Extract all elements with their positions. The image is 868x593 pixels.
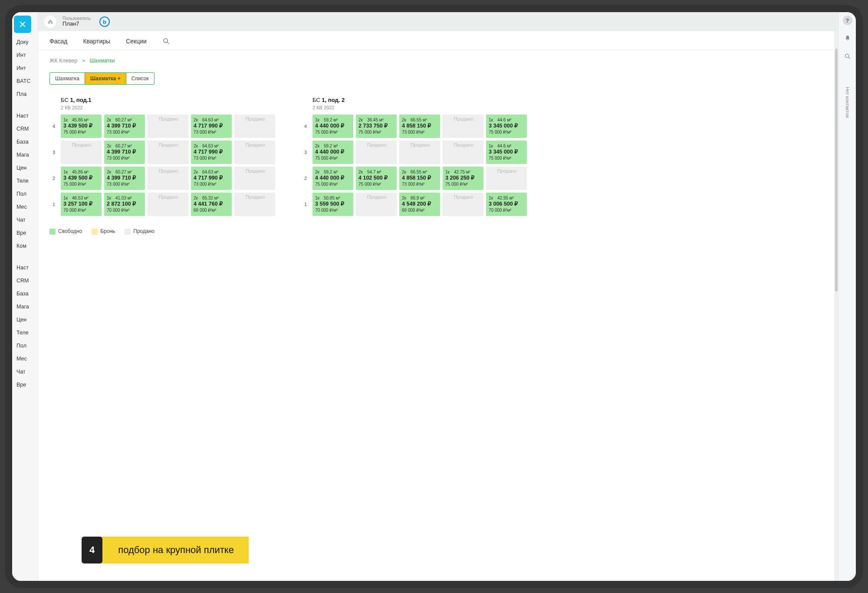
unit-cell[interactable]: Продано (234, 193, 275, 216)
sidebar-item[interactable]: Наст (12, 261, 38, 274)
sidebar-item[interactable]: BATC (12, 75, 38, 88)
bell-icon[interactable] (842, 33, 853, 43)
unit-cell[interactable]: 1к44.6 м²3 345 000 ₽75 000 ₽/м² (486, 141, 527, 164)
sidebar-item[interactable]: Чат (12, 365, 38, 378)
unit-cell[interactable]: 1к46.53 м²3 257 100 ₽70 000 ₽/м² (61, 193, 102, 216)
unit-cell[interactable]: Продано (443, 115, 483, 138)
unit-cell[interactable]: 2к36.45 м²2 733 750 ₽75 000 ₽/м² (356, 115, 397, 138)
no-contacts-label: Нет контактов (845, 87, 850, 118)
home-icon[interactable] (44, 16, 56, 28)
sidebar-item[interactable]: Вре (12, 378, 38, 391)
unit-cell[interactable]: Продано (399, 141, 440, 164)
sidebar-item[interactable]: Теле (12, 326, 38, 339)
tab-sections[interactable]: Секции (126, 38, 147, 45)
svg-point-0 (164, 39, 168, 43)
sidebar-item[interactable]: База (12, 287, 38, 300)
unit-cell[interactable]: 1к50.85 м²3 559 500 ₽70 000 ₽/м² (312, 193, 353, 216)
unit-cell[interactable]: Продано (443, 193, 483, 216)
sidebar-item[interactable]: Теле (12, 174, 38, 187)
sidebar-item[interactable]: Чат (12, 213, 38, 226)
unit-cell[interactable]: 2к66.55 м²4 858 150 ₽73 000 ₽/м² (399, 115, 440, 138)
sidebar-item[interactable]: Цен (12, 313, 38, 326)
unit-cell[interactable]: 2к59.2 м²4 440 000 ₽75 000 ₽/м² (312, 167, 353, 190)
unit-cell[interactable]: 2к59.2 м²4 440 000 ₽75 000 ₽/м² (312, 141, 353, 164)
unit-cell[interactable]: Продано (356, 193, 397, 216)
tab-facade[interactable]: Фасад (49, 38, 67, 45)
sidebar-item[interactable]: CRM (12, 122, 38, 135)
sidebar-item[interactable]: Пла (12, 88, 38, 101)
unit-cell[interactable]: 2к65.32 м²4 441 760 ₽68 000 ₽/м² (191, 193, 232, 216)
view-mode-option[interactable]: Шахматка (50, 73, 85, 84)
unit-cell[interactable]: 1к42.75 м²3 206 250 ₽75 000 ₽/м² (443, 167, 483, 190)
unit-cell[interactable]: Продано (234, 167, 275, 190)
floor-label: 2 (49, 167, 58, 190)
board-title: БС 1, под. 2 (312, 97, 527, 103)
unit-cell[interactable]: 2к64.63 м²4 717 990 ₽73 000 ₽/м² (191, 141, 232, 164)
unit-cell[interactable]: 2к54.7 м²4 102 500 ₽75 000 ₽/м² (356, 167, 397, 190)
annotation-callout: 4 подбор на крупной плитке (82, 537, 249, 564)
sidebar-item[interactable]: Цен (12, 161, 38, 174)
help-icon[interactable]: ? (843, 16, 852, 25)
tab-apartments[interactable]: Квартиры (83, 38, 110, 45)
board-subtitle: 2 КВ 2022 (61, 105, 275, 110)
annotation-text: подбор на крупной плитке (100, 537, 249, 564)
unit-cell[interactable]: 2к60.27 м²4 399 710 ₽73 000 ₽/м² (104, 141, 145, 164)
unit-cell[interactable]: 1к45.86 м²3 439 500 ₽75 000 ₽/м² (61, 115, 102, 138)
unit-cell[interactable]: Продано (148, 115, 188, 138)
search-rail-icon[interactable] (842, 51, 853, 62)
sidebar-item[interactable]: Пол (12, 187, 38, 200)
unit-cell[interactable]: 2к60.27 м²4 399 710 ₽73 000 ₽/м² (104, 115, 145, 138)
unit-cell[interactable]: Продано (234, 115, 275, 138)
unit-cell[interactable]: 2к66.9 м²4 549 200 ₽68 000 ₽/м² (399, 193, 440, 216)
unit-cell[interactable]: Продано (234, 141, 275, 164)
view-mode-option[interactable]: Список (126, 73, 154, 84)
board-title: БС 1, под.1 (61, 97, 275, 103)
legend-reserved-swatch (92, 229, 98, 235)
unit-cell[interactable]: Продано (356, 141, 397, 164)
unit-cell[interactable]: 2к66.55 м²4 858 150 ₽73 000 ₽/м² (399, 167, 440, 190)
sidebar-item[interactable]: Инт (12, 62, 38, 75)
sidebar-item[interactable]: Наст (12, 109, 38, 122)
sidebar-item[interactable]: Мес (12, 352, 38, 365)
unit-cell[interactable]: Продано (148, 141, 188, 164)
close-button[interactable] (14, 16, 31, 33)
sidebar: ДокуИнтИнтBATCПлаНастCRMБазаМагаЦенТелеП… (12, 12, 38, 581)
scrollbar[interactable] (834, 31, 838, 581)
unit-cell[interactable]: 1к45.86 м²3 439 500 ₽75 000 ₽/м² (61, 167, 102, 190)
legend-sold-swatch (125, 229, 131, 235)
annotation-number: 4 (82, 537, 102, 564)
sidebar-item[interactable]: Мага (12, 300, 38, 313)
brand-icon[interactable]: b (99, 16, 110, 27)
unit-cell[interactable]: 1к59.2 м²4 440 000 ₽75 000 ₽/м² (312, 115, 353, 138)
unit-cell[interactable]: 2к64.63 м²4 717 990 ₽73 000 ₽/м² (191, 115, 232, 138)
breadcrumb-root[interactable]: ЖК Клевер (49, 58, 77, 64)
unit-cell[interactable]: Продано (486, 167, 527, 190)
sidebar-item[interactable]: Мес (12, 200, 38, 213)
view-mode-switch: ШахматкаШахматка +Список (49, 72, 155, 85)
floor-label: 1 (301, 193, 310, 216)
unit-cell[interactable]: Продано (443, 141, 483, 164)
tabs-bar: Фасад Квартиры Секции (38, 31, 838, 50)
topbar: Пользователь План7 b (38, 12, 838, 31)
search-icon[interactable] (162, 37, 170, 45)
unit-cell[interactable]: 1к44.6 м²3 345 000 ₽75 000 ₽/м² (486, 115, 527, 138)
sidebar-item[interactable]: Доку (12, 36, 38, 49)
sidebar-item[interactable]: CRM (12, 274, 38, 287)
unit-cell[interactable]: 2к60.27 м²4 399 710 ₽73 000 ₽/м² (104, 167, 145, 190)
unit-cell[interactable]: Продано (61, 141, 102, 164)
unit-cell[interactable]: Продано (148, 193, 188, 216)
sidebar-item[interactable]: База (12, 135, 38, 148)
view-mode-option[interactable]: Шахматка + (85, 73, 126, 84)
unit-cell[interactable]: 2к64.63 м²4 717 990 ₽73 000 ₽/м² (191, 167, 232, 190)
floor-label: 3 (49, 141, 58, 164)
sidebar-item[interactable]: Инт (12, 49, 38, 62)
sidebar-item[interactable]: Вре (12, 226, 38, 239)
sidebar-item[interactable]: Пол (12, 339, 38, 352)
unit-cell[interactable]: 1к41.03 м²2 872 100 ₽70 000 ₽/м² (104, 193, 145, 216)
sidebar-item[interactable]: Мага (12, 148, 38, 161)
sidebar-item[interactable]: Ком (12, 239, 38, 252)
unit-cell[interactable]: 1к42.95 м²3 006 500 ₽70 000 ₽/м² (486, 193, 527, 216)
board-subtitle: 2 КВ 2022 (312, 105, 527, 110)
unit-cell[interactable]: Продано (148, 167, 188, 190)
topbar-plan: План7 (62, 21, 91, 27)
